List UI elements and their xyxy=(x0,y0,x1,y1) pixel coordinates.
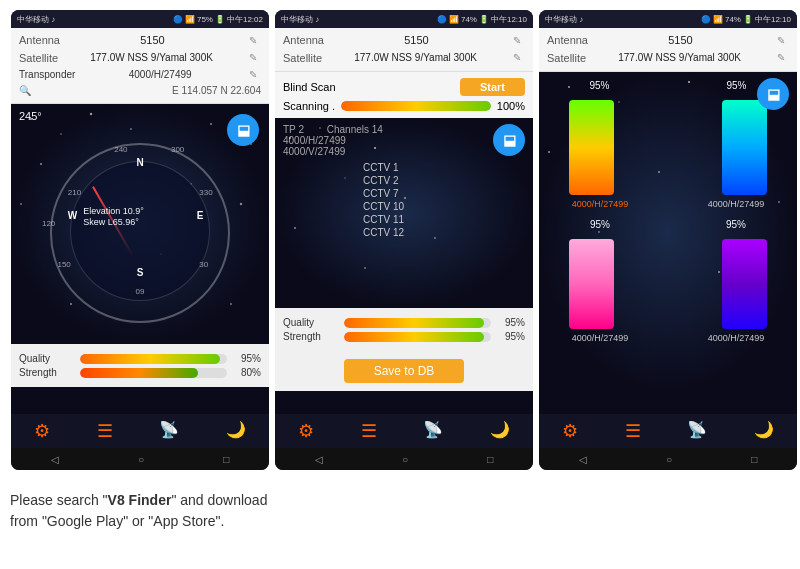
strength-pct-2: 95% xyxy=(497,331,525,342)
bottom-pct-row: 95% 95% xyxy=(547,219,789,230)
svg-point-12 xyxy=(230,303,232,305)
satellite-label-1: Satellite xyxy=(19,50,58,68)
back-btn-1[interactable]: ◁ xyxy=(51,454,59,465)
coords-value-1: E 114.057 N 22.604 xyxy=(172,83,261,99)
recents-btn-1[interactable]: □ xyxy=(223,454,229,465)
svg-point-9 xyxy=(240,203,242,205)
svg-point-17 xyxy=(404,197,406,199)
bar-col-1 xyxy=(564,100,619,195)
satellite-icon-3[interactable]: 📡 xyxy=(687,420,707,442)
search-icon-3[interactable]: ☰ xyxy=(625,420,641,442)
bottom-nav-2: ⚙ ☰ 📡 🌙 xyxy=(275,414,533,448)
settings-icon-3[interactable]: ⚙ xyxy=(562,420,578,442)
compass-degree-display: 245° xyxy=(19,110,42,122)
edit-icon-6[interactable]: ✎ xyxy=(773,33,789,49)
quality-bar-container-2 xyxy=(344,318,491,328)
bottom-nav-3: ⚙ ☰ 📡 🌙 xyxy=(539,414,797,448)
search-icon-2[interactable]: ☰ xyxy=(361,420,377,442)
start-button[interactable]: Start xyxy=(460,78,525,96)
status-bar-1: 中华移动 ♪ 🔵 📶 75% 🔋 中午12:02 xyxy=(11,10,269,28)
svg-point-18 xyxy=(294,227,296,229)
deg-330: 330 xyxy=(199,188,212,197)
quality-row-1: Quality 95% xyxy=(19,353,261,364)
strength-bar-fill-1 xyxy=(80,368,198,378)
recents-btn-3[interactable]: □ xyxy=(751,454,757,465)
back-btn-2[interactable]: ◁ xyxy=(315,454,323,465)
top-bars-row xyxy=(547,95,789,195)
bar-label-1: 4000/H/27499 xyxy=(547,199,653,209)
svg-point-16 xyxy=(344,177,345,178)
status-left-3: 中华移动 ♪ xyxy=(545,14,583,25)
svg-point-14 xyxy=(319,127,321,129)
info-panel-1: Antenna 5150 ✎ Satellite 177.0W NSS 9/Ya… xyxy=(11,28,269,104)
status-bar-3: 中华移动 ♪ 🔵 📶 74% 🔋 中午12:10 xyxy=(539,10,797,28)
bar-col-4 xyxy=(717,239,772,329)
satellite-icon-2[interactable]: 📡 xyxy=(423,420,443,442)
moon-icon-2[interactable]: 🌙 xyxy=(490,420,510,442)
quality-label-2: Quality xyxy=(283,317,338,328)
settings-icon-2[interactable]: ⚙ xyxy=(298,420,314,442)
edit-icon-1[interactable]: ✎ xyxy=(245,33,261,49)
compass-s: S xyxy=(137,267,144,278)
deg-30: 30 xyxy=(199,260,208,269)
top-pct-row: 95% 95% xyxy=(547,80,789,91)
home-btn-1[interactable]: ○ xyxy=(138,454,144,465)
elevation-value: Elevation 10.9° xyxy=(83,206,144,216)
signal-bars-1: Quality 95% Strength 80% xyxy=(11,344,269,387)
status-left-2: 中华移动 ♪ xyxy=(281,14,319,25)
android-nav-2: ◁ ○ □ xyxy=(275,448,533,470)
signal-viz-area: ⬓ 95% 95% 4000/H/27499 4 xyxy=(539,72,797,392)
edit-icon-7[interactable]: ✎ xyxy=(773,50,789,66)
degree-text: 245° xyxy=(19,110,42,122)
scanning-label: Scanning . xyxy=(283,100,335,112)
svg-point-6 xyxy=(40,163,42,165)
moon-icon-3[interactable]: 🌙 xyxy=(754,420,774,442)
description-before: Please search " xyxy=(10,492,108,508)
skew-value: Skew L65.96° xyxy=(83,217,144,227)
edit-icon-2[interactable]: ✎ xyxy=(245,50,261,66)
edit-icon-4[interactable]: ✎ xyxy=(509,33,525,49)
moon-icon-1[interactable]: 🌙 xyxy=(226,420,246,442)
bluetooth-button-3[interactable]: ⬓ xyxy=(757,78,789,110)
save-area: Save to DB xyxy=(275,351,533,391)
edit-icon-3[interactable]: ✎ xyxy=(245,67,261,83)
satellite-value-3: 177.0W NSS 9/Yamal 300K xyxy=(618,50,741,66)
status-right-1: 🔵 📶 75% 🔋 中午12:02 xyxy=(173,14,263,25)
bottom-bars-row xyxy=(547,234,789,329)
status-bar-2: 中华移动 ♪ 🔵 📶 74% 🔋 中午12:10 xyxy=(275,10,533,28)
android-nav-3: ◁ ○ □ xyxy=(539,448,797,470)
quality-label-1: Quality xyxy=(19,353,74,364)
bottom-nav-1: ⚙ ☰ 📡 🌙 xyxy=(11,414,269,448)
bluetooth-button-2[interactable]: ⬓ xyxy=(493,124,525,156)
satellite-icon-1[interactable]: 📡 xyxy=(159,420,179,442)
settings-icon-1[interactable]: ⚙ xyxy=(34,420,50,442)
transponder-value-1: 4000/H/27499 xyxy=(129,67,192,83)
phone-screen-2: 中华移动 ♪ 🔵 📶 74% 🔋 中午12:10 Antenna 5150 ✎ … xyxy=(275,10,533,470)
svg-point-15 xyxy=(374,147,376,149)
bottom-bars-labels: 4000/H/27499 4000/H/27499 xyxy=(547,333,789,343)
compass-e: E xyxy=(197,210,204,221)
recents-btn-2[interactable]: □ xyxy=(487,454,493,465)
signal-bar-2 xyxy=(722,100,767,195)
signal-bar-4 xyxy=(722,239,767,329)
compass-n: N xyxy=(136,157,143,168)
home-btn-2[interactable]: ○ xyxy=(402,454,408,465)
quality-bar-fill-1 xyxy=(80,354,220,364)
quality-row-2: Quality 95% xyxy=(283,317,525,328)
svg-point-2 xyxy=(90,113,92,115)
strength-row-2: Strength 95% xyxy=(283,331,525,342)
strength-label-1: Strength xyxy=(19,367,74,378)
bluetooth-button-1[interactable]: ⬓ xyxy=(227,114,259,146)
save-to-db-button[interactable]: Save to DB xyxy=(344,359,465,383)
home-btn-3[interactable]: ○ xyxy=(666,454,672,465)
blind-scan-label: Blind Scan xyxy=(283,81,336,93)
strength-bar-container-2 xyxy=(344,332,491,342)
search-icon-1[interactable]: ☰ xyxy=(97,420,113,442)
elevation-box: Elevation 10.9° Skew L65.96° xyxy=(83,205,144,228)
edit-icon-5[interactable]: ✎ xyxy=(509,50,525,66)
pct-label-3: 95% xyxy=(547,219,653,230)
strength-row-1: Strength 80% xyxy=(19,367,261,378)
scan-pct: 100% xyxy=(497,100,525,112)
back-btn-3[interactable]: ◁ xyxy=(579,454,587,465)
svg-point-4 xyxy=(210,123,212,125)
